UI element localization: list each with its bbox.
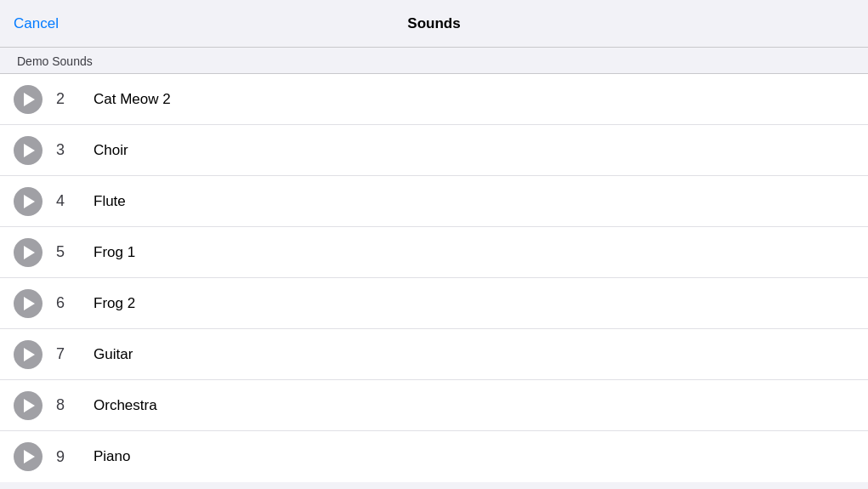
list-item: 8Orchestra <box>0 380 868 431</box>
sound-number: 8 <box>56 396 80 414</box>
play-button[interactable] <box>14 238 43 267</box>
list-item: 3Choir <box>0 125 868 176</box>
sound-name: Guitar <box>94 346 854 363</box>
list-item: 5Frog 1 <box>0 227 868 278</box>
sound-name: Frog 1 <box>94 244 854 261</box>
sound-number: 4 <box>56 192 80 210</box>
page-title: Sounds <box>407 15 460 32</box>
sound-number: 3 <box>56 141 80 159</box>
sound-name: Piano <box>94 448 854 465</box>
sound-list: 2Cat Meow 23Choir4Flute5Frog 16Frog 27Gu… <box>0 73 868 482</box>
list-item: 4Flute <box>0 176 868 227</box>
play-icon <box>24 246 35 259</box>
play-icon <box>24 348 35 361</box>
sound-name: Flute <box>94 193 854 210</box>
play-icon <box>24 297 35 310</box>
sound-number: 6 <box>56 294 80 312</box>
play-button[interactable] <box>14 187 43 216</box>
list-item: 9Piano <box>0 431 868 482</box>
sound-name: Orchestra <box>94 397 854 414</box>
sound-name: Cat Meow 2 <box>94 91 854 108</box>
header: Cancel Sounds <box>0 0 868 48</box>
play-icon <box>24 144 35 157</box>
sound-number: 2 <box>56 90 80 108</box>
sound-number: 7 <box>56 345 80 363</box>
section-header: Demo Sounds <box>0 48 868 73</box>
play-button[interactable] <box>14 85 43 114</box>
play-button[interactable] <box>14 442 43 471</box>
list-item: 2Cat Meow 2 <box>0 74 868 125</box>
play-button[interactable] <box>14 391 43 420</box>
list-item: 7Guitar <box>0 329 868 380</box>
play-icon <box>24 195 35 208</box>
sound-name: Choir <box>94 142 854 159</box>
play-icon <box>24 450 35 463</box>
cancel-button[interactable]: Cancel <box>14 12 59 36</box>
sound-number: 9 <box>56 448 80 466</box>
play-icon <box>24 399 35 412</box>
play-button[interactable] <box>14 340 43 369</box>
play-button[interactable] <box>14 136 43 165</box>
play-button[interactable] <box>14 289 43 318</box>
list-item: 6Frog 2 <box>0 278 868 329</box>
sound-name: Frog 2 <box>94 295 854 312</box>
sound-number: 5 <box>56 243 80 261</box>
play-icon <box>24 93 35 106</box>
